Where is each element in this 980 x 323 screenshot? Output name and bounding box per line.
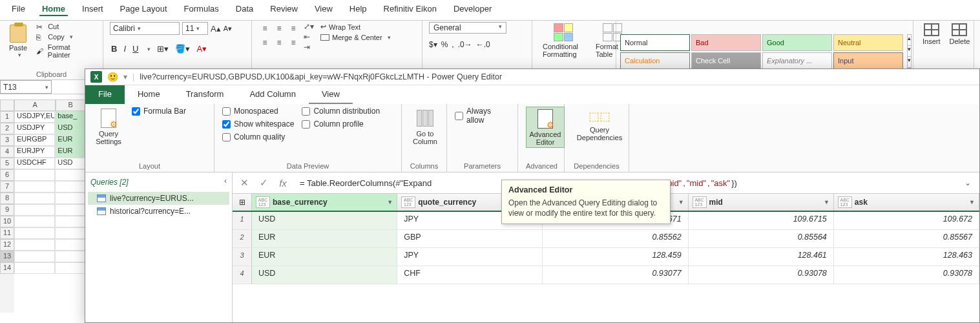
cell[interactable] bbox=[14, 204, 55, 216]
advanced-editor-button[interactable]: Advanced Editor bbox=[526, 107, 565, 148]
cell[interactable]: USDJPY bbox=[14, 123, 55, 134]
cell[interactable] bbox=[55, 216, 85, 227]
italic-button[interactable]: I bbox=[122, 44, 127, 54]
cell[interactable]: USD bbox=[55, 158, 85, 169]
query-settings-button[interactable]: Query Settings bbox=[93, 107, 124, 147]
expand-formula-icon[interactable]: ⌄ bbox=[961, 178, 974, 187]
comma-button[interactable]: , bbox=[452, 40, 454, 49]
cell[interactable] bbox=[55, 193, 85, 204]
pq-menu-transform[interactable]: Transform bbox=[173, 85, 237, 104]
menu-developer[interactable]: Developer bbox=[451, 3, 494, 16]
row-header[interactable]: 1 bbox=[0, 111, 14, 123]
row-header[interactable]: 11 bbox=[0, 227, 14, 239]
cell-bid[interactable]: 0.85562 bbox=[543, 230, 688, 247]
cell-mid[interactable]: 109.6715 bbox=[689, 212, 834, 229]
align-middle[interactable]: ≡ bbox=[273, 22, 286, 35]
align-left[interactable]: ≡ bbox=[258, 36, 271, 49]
align-bottom[interactable]: ≡ bbox=[287, 22, 300, 35]
cell[interactable]: base_ bbox=[55, 111, 85, 123]
cancel-formula-icon[interactable]: ✕ bbox=[238, 177, 251, 189]
decrease-decimal[interactable]: ←.0 bbox=[476, 40, 490, 49]
accounting-button[interactable]: $▾ bbox=[429, 40, 437, 49]
row-header[interactable]: 14 bbox=[0, 262, 14, 274]
cell[interactable]: USDCHF bbox=[14, 158, 55, 169]
indent-decrease[interactable]: ⇤ bbox=[304, 32, 314, 41]
row-header[interactable]: 10 bbox=[0, 216, 14, 227]
name-box[interactable]: T13▾ bbox=[0, 80, 52, 94]
cell[interactable] bbox=[14, 262, 55, 274]
col-mid[interactable]: ABC123mid▼ bbox=[689, 194, 834, 211]
cell[interactable] bbox=[55, 251, 85, 262]
underline-button[interactable]: U bbox=[131, 44, 140, 54]
indent-increase[interactable]: ⇥ bbox=[304, 43, 314, 52]
row-header[interactable]: 5 bbox=[0, 158, 14, 169]
row-header[interactable]: 9 bbox=[0, 204, 14, 216]
pq-menu-home[interactable]: Home bbox=[125, 85, 173, 104]
col-header-b[interactable]: B bbox=[56, 99, 85, 111]
wrap-text-button[interactable]: ↩Wrap Text bbox=[318, 22, 393, 32]
cell[interactable] bbox=[55, 169, 85, 181]
cell[interactable] bbox=[14, 216, 55, 227]
cell[interactable]: EURJPY bbox=[14, 146, 55, 158]
pq-menu-add-column[interactable]: Add Column bbox=[236, 85, 309, 104]
cell-base[interactable]: EUR bbox=[252, 230, 397, 247]
cell-quote[interactable]: CHF bbox=[397, 266, 543, 284]
cell-ask[interactable]: 0.93078 bbox=[834, 266, 979, 284]
style-input[interactable]: Input bbox=[833, 52, 903, 69]
row-header[interactable]: 8 bbox=[0, 193, 14, 204]
row-header[interactable]: 13 bbox=[0, 251, 14, 262]
align-top[interactable]: ≡ bbox=[258, 22, 271, 35]
col-base-currency[interactable]: ABC123base_currency▼ bbox=[252, 194, 397, 211]
cell-ask[interactable]: 0.85567 bbox=[834, 230, 979, 247]
cell[interactable] bbox=[14, 239, 55, 251]
cell-bid[interactable]: 128.459 bbox=[543, 248, 688, 266]
row-header[interactable]: 6 bbox=[0, 169, 14, 181]
insert-cells-button[interactable]: Insert bbox=[920, 22, 943, 47]
style-explan[interactable]: Explanatory ... bbox=[762, 52, 832, 69]
bold-button[interactable]: B bbox=[110, 44, 118, 54]
conditional-formatting-button[interactable]: Conditional Formatting bbox=[539, 22, 588, 59]
menu-refinitiv[interactable]: Refinitiv Eikon bbox=[381, 3, 439, 16]
cell-base[interactable]: USD bbox=[252, 212, 397, 229]
border-button[interactable]: ⊞▾ bbox=[156, 44, 170, 54]
menu-home[interactable]: Home bbox=[39, 3, 68, 16]
style-neutral[interactable]: Neutral bbox=[833, 34, 903, 51]
collapse-pane-icon[interactable]: ‹ bbox=[224, 176, 227, 185]
cut-button[interactable]: Cut bbox=[34, 22, 96, 31]
delete-cells-button[interactable]: Delete bbox=[947, 22, 973, 47]
style-good[interactable]: Good bbox=[762, 34, 832, 51]
cell[interactable] bbox=[14, 193, 55, 204]
cell[interactable] bbox=[55, 204, 85, 216]
percent-button[interactable]: % bbox=[441, 40, 448, 49]
row-header[interactable]: 3 bbox=[0, 134, 14, 146]
cell[interactable] bbox=[55, 262, 85, 274]
cell[interactable] bbox=[55, 181, 85, 193]
query-dependencies-button[interactable]: ⬚⬚ Query Dependencies bbox=[572, 107, 627, 143]
cell[interactable]: USDJPY,EU bbox=[14, 111, 55, 123]
row-header[interactable]: 12 bbox=[0, 239, 14, 251]
chevron-down-icon[interactable]: ▼ bbox=[387, 199, 393, 205]
cell-quote[interactable]: GBP bbox=[397, 230, 543, 247]
format-painter-button[interactable]: Format Painter bbox=[34, 43, 96, 59]
menu-insert[interactable]: Insert bbox=[79, 3, 106, 16]
font-name-combo[interactable]: Calibri▾ bbox=[110, 22, 180, 35]
paste-button[interactable]: Paste ▾ bbox=[6, 22, 30, 61]
styles-more[interactable]: ▾ bbox=[908, 57, 911, 68]
monospaced-checkbox[interactable]: Monospaced bbox=[222, 107, 294, 116]
cell[interactable]: EUR bbox=[55, 134, 85, 146]
menu-help[interactable]: Help bbox=[347, 3, 370, 16]
pq-menu-view[interactable]: View bbox=[309, 85, 353, 104]
cell[interactable] bbox=[55, 227, 85, 239]
go-to-column-button[interactable]: Go to Column bbox=[410, 107, 441, 147]
number-format-combo[interactable]: General▾ bbox=[429, 22, 506, 34]
shrink-font-button[interactable]: A▾ bbox=[224, 25, 232, 33]
fill-color-button[interactable]: 🪣▾ bbox=[174, 44, 191, 54]
style-bad[interactable]: Bad bbox=[691, 34, 761, 51]
menu-page-layout[interactable]: Page Layout bbox=[118, 3, 170, 16]
column-quality-checkbox[interactable]: Column quality bbox=[222, 132, 294, 141]
font-color-button[interactable]: A▾ bbox=[195, 44, 208, 54]
table-row[interactable]: 3EURJPY128.459128.461128.463 bbox=[233, 248, 979, 266]
column-dist-checkbox[interactable]: Column distribution bbox=[302, 107, 380, 116]
cell-base[interactable]: USD bbox=[252, 266, 397, 284]
cell-quote[interactable]: JPY bbox=[397, 248, 543, 266]
